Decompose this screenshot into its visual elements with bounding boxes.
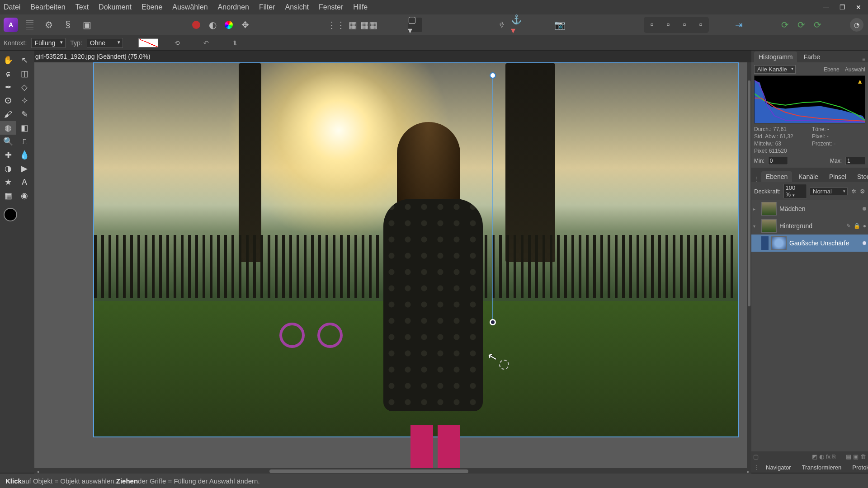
layer-thumbnail[interactable]	[761, 202, 777, 216]
menu-hilfe[interactable]: Hilfe	[353, 3, 368, 11]
menu-ebene[interactable]: Ebene	[142, 3, 162, 11]
layer-lock-icon[interactable]: 🔒	[854, 223, 860, 229]
histogram-warning-icon[interactable]: ▲	[857, 78, 863, 85]
tab-ebenen[interactable]: Ebenen	[761, 171, 792, 182]
rotate-icon[interactable]: ⟲	[172, 38, 183, 48]
smudge-tool[interactable]: 💧	[16, 148, 33, 162]
sync-1-icon[interactable]: ⟳	[778, 18, 792, 32]
tab-kanaele[interactable]: Kanäle	[794, 171, 823, 182]
page-box-dropdown[interactable]: ▢ ▾	[408, 18, 422, 32]
tab-transformieren[interactable]: Transformieren	[797, 462, 846, 473]
layer-visibility-dot[interactable]	[863, 241, 866, 245]
eyedropper-icon[interactable]: ◐	[205, 18, 220, 32]
color-wheel-icon[interactable]	[222, 18, 236, 32]
layer-visibility-dot[interactable]: ●	[863, 223, 866, 229]
canvas-viewport[interactable]: ↖	[34, 62, 751, 470]
layers-fx-icon[interactable]: fx	[826, 453, 830, 460]
anchor-dropdown-icon[interactable]: ⚓ ▾	[511, 18, 525, 32]
mesh-tool[interactable]: ▦	[0, 189, 16, 202]
lasso-tool[interactable]: ɕ	[0, 67, 16, 80]
export-persona-icon[interactable]: ▣	[80, 18, 94, 32]
grid-multi-icon[interactable]: ▦▦	[362, 18, 376, 32]
layers-link-icon[interactable]: ⎘	[832, 453, 836, 460]
vector-tool[interactable]: ▶	[16, 162, 33, 175]
zoom-tool[interactable]: 🔍	[0, 135, 16, 148]
layer-name[interactable]: Gaußsche Unschärfe	[789, 239, 849, 247]
liquify-persona-icon[interactable]: 𝄛	[23, 18, 37, 32]
tab-histogramm[interactable]: Histogramm	[754, 52, 797, 62]
layers-adjust-icon[interactable]: ◐	[819, 453, 824, 460]
sync-3-icon[interactable]: ⟳	[810, 18, 825, 32]
tab-farbe[interactable]: Farbe	[799, 52, 825, 62]
panel-collapse-icon[interactable]: ⋮	[754, 176, 760, 182]
opacity-value[interactable]: 100 %	[783, 184, 807, 198]
tab-protokoll[interactable]: Protokoll	[848, 462, 868, 473]
menu-ansicht[interactable]: Ansicht	[285, 3, 309, 11]
menu-fenster[interactable]: Fenster	[319, 3, 343, 11]
layer-edit-icon[interactable]: ✎	[846, 223, 851, 229]
context-tool-select[interactable]: Füllung	[31, 38, 66, 48]
gradient-handle-end[interactable]	[490, 319, 496, 325]
gradient-line[interactable]	[492, 77, 493, 321]
swatch-red-icon[interactable]	[189, 18, 203, 32]
pencil-tool[interactable]: ✎	[16, 108, 33, 121]
layer-thumbnail[interactable]	[761, 219, 777, 233]
arrange-icon[interactable]: ⇥	[731, 18, 746, 32]
tab-navigator[interactable]: Navigator	[761, 462, 796, 473]
scroll-right-arrow-icon[interactable]: ▸	[745, 469, 751, 474]
gradient-tool[interactable]: ◧	[16, 121, 33, 135]
gradient-handle-start[interactable]	[490, 72, 496, 79]
tab-stock[interactable]: Stock	[853, 171, 868, 182]
grid-dots-icon[interactable]: ⋮⋮	[329, 18, 344, 32]
vertical-scrollbar[interactable]	[747, 62, 751, 468]
crop-tool[interactable]: ◫	[16, 67, 33, 80]
layers-toggle-icon[interactable]: ▢	[753, 453, 759, 460]
histogram-source-auswahl[interactable]: Auswahl	[845, 66, 865, 73]
dodge-tool[interactable]: ◑	[0, 162, 16, 175]
camera-icon[interactable]: 📷	[552, 18, 567, 32]
layer-fx-icon[interactable]: ✲	[851, 188, 856, 195]
menu-filter[interactable]: Filter	[259, 3, 275, 11]
hist-max-input[interactable]	[845, 157, 865, 165]
layer-visibility-dot[interactable]	[863, 207, 866, 211]
heal-tool[interactable]: ✚	[0, 148, 16, 162]
lock-aspect-icon[interactable]: ⥮	[230, 38, 241, 48]
blend-mode-select[interactable]: Normal	[810, 188, 848, 195]
develop-persona-icon[interactable]: ⚙	[42, 18, 56, 32]
histogram-channel-select[interactable]: Alle Kanäle	[754, 65, 796, 74]
align-3-icon[interactable]: ▫	[677, 18, 692, 32]
window-maximize-button[interactable]: ❐	[836, 3, 848, 12]
text-tool[interactable]: A	[16, 175, 33, 189]
stamp-tool[interactable]: ⎍	[16, 135, 33, 148]
tab-pinsel[interactable]: Pinsel	[825, 171, 851, 182]
layer-row[interactable]: ▸ Mädchen	[751, 200, 868, 217]
layers-group-icon[interactable]: ▣	[853, 453, 859, 460]
hist-min-input[interactable]	[768, 157, 788, 165]
layer-cog-icon[interactable]: ⚙	[860, 188, 865, 195]
node-tool[interactable]: ◇	[16, 80, 33, 94]
panel-menu-icon[interactable]: ≡	[862, 56, 868, 62]
menu-anordnen[interactable]: Anordnen	[218, 3, 249, 11]
layer-expand-icon[interactable]: ▸	[753, 206, 759, 211]
selection-brush-tool[interactable]: ⵙ	[0, 94, 16, 108]
layer-mask-thumbnail[interactable]	[761, 236, 769, 250]
menu-text[interactable]: Text	[75, 3, 89, 11]
menu-bearbeiten[interactable]: Bearbeiten	[30, 3, 65, 11]
menu-datei[interactable]: Datei	[4, 3, 20, 11]
layer-name[interactable]: Mädchen	[779, 205, 806, 212]
layers-add-icon[interactable]: ▤	[846, 453, 851, 460]
layer-expand-icon[interactable]: ▾	[753, 224, 759, 229]
scroll-left-arrow-icon[interactable]: ◂	[34, 469, 41, 474]
menu-auswaehlen[interactable]: Auswählen	[172, 3, 208, 11]
layer-row-selected[interactable]: Gaußsche Unschärfe	[751, 235, 868, 252]
pen-tool[interactable]: ✒	[0, 80, 16, 94]
account-avatar[interactable]: ◔	[850, 18, 863, 32]
eyedrop-tool[interactable]: ◉	[16, 189, 33, 202]
vertical-scroll-thumb[interactable]	[748, 80, 750, 306]
layer-name[interactable]: Hintergrund	[779, 222, 812, 230]
window-close-button[interactable]: ✕	[853, 3, 864, 12]
horizontal-scroll-thumb[interactable]	[269, 469, 468, 473]
foreground-color-swatch[interactable]	[4, 208, 17, 221]
picker-target-icon[interactable]: ✥	[238, 18, 252, 32]
histogram-source-ebene[interactable]: Ebene	[824, 66, 840, 73]
